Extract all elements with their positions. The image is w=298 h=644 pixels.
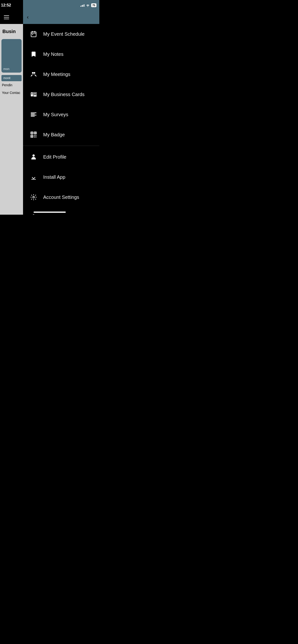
hamburger-line-2	[4, 17, 9, 18]
menu-label-install-app: Install App	[43, 174, 65, 180]
menu-item-badge[interactable]: My Badge	[23, 124, 99, 145]
calendar-icon	[29, 29, 38, 39]
qr-code-icon	[29, 130, 38, 140]
menu-label-surveys: My Surveys	[43, 112, 68, 118]
wifi-icon	[86, 4, 90, 7]
svg-point-0	[87, 6, 88, 7]
hamburger-line-1	[4, 15, 9, 16]
group-icon	[29, 70, 38, 79]
menu-label-meetings: My Meetings	[43, 72, 70, 77]
bg-monitor-label: monit	[2, 75, 22, 81]
menu-item-cookie-notice[interactable]: Cookie Notice	[23, 207, 99, 215]
svg-point-11	[34, 93, 36, 95]
status-time: 12:52	[1, 3, 11, 8]
menu-item-edit-profile[interactable]: Edit Profile	[23, 147, 99, 167]
menu-item-event-schedule[interactable]: My Event Schedule	[23, 24, 99, 44]
menu-item-surveys[interactable]: My Surveys	[23, 104, 99, 124]
menu-label-cookie-notice: Cookie Notice	[43, 215, 73, 215]
svg-rect-5	[32, 34, 33, 35]
back-button[interactable]: ‹	[27, 14, 29, 20]
contact-card-icon	[29, 90, 38, 99]
svg-point-28	[32, 154, 35, 157]
hamburger-button[interactable]	[4, 15, 9, 19]
menu-label-notes: My Notes	[43, 52, 63, 57]
battery-level: 75	[92, 4, 95, 7]
svg-point-7	[34, 72, 35, 74]
svg-point-16	[36, 112, 36, 113]
menu-label-account-settings: Account Settings	[43, 194, 79, 200]
battery-indicator: 75	[91, 3, 96, 7]
bookmark-icon	[29, 49, 38, 59]
header-right: ‹	[23, 10, 99, 24]
hamburger-line-3	[4, 19, 9, 19]
svg-rect-23	[32, 136, 33, 137]
svg-rect-27	[36, 136, 37, 138]
menu-label-event-schedule: My Event Schedule	[43, 32, 84, 37]
svg-rect-1	[31, 32, 36, 37]
background-content: Busin mon monit Pendin Your Contac	[0, 24, 23, 215]
menu-label-business-cards: My Business Cards	[43, 92, 84, 97]
bg-blue-text: mon	[3, 67, 9, 71]
header-left	[0, 10, 23, 24]
menu-label-badge: My Badge	[43, 132, 65, 138]
menu-item-account-settings[interactable]: Account Settings	[23, 187, 99, 207]
signal-bars-icon	[80, 4, 84, 7]
svg-point-29	[33, 196, 35, 198]
shield-icon	[29, 212, 38, 215]
gear-icon	[29, 192, 38, 202]
svg-point-9	[32, 93, 33, 94]
bg-pending-label: Pendin	[0, 81, 23, 89]
status-bar-left: 12:52	[0, 0, 23, 10]
menu-item-install-app[interactable]: Install App	[23, 167, 99, 187]
side-drawer: My Event Schedule My Notes My Meetings	[23, 24, 99, 215]
list-icon	[29, 110, 38, 119]
svg-rect-24	[34, 135, 35, 136]
header-row: ‹	[0, 10, 99, 24]
svg-rect-19	[32, 132, 33, 134]
download-icon	[29, 172, 38, 182]
svg-point-6	[32, 72, 34, 74]
status-bar-right: 75	[23, 0, 99, 10]
menu-item-meetings[interactable]: My Meetings	[23, 64, 99, 84]
bg-blue-box: mon	[2, 39, 22, 72]
menu-label-edit-profile: Edit Profile	[43, 154, 66, 160]
menu-divider	[23, 146, 99, 146]
svg-rect-21	[35, 132, 36, 134]
menu-item-notes[interactable]: My Notes	[23, 44, 99, 64]
svg-rect-26	[34, 136, 35, 138]
bg-contact-label: Your Contac	[0, 89, 23, 96]
menu-item-business-cards[interactable]: My Business Cards	[23, 84, 99, 104]
home-indicator	[34, 212, 66, 213]
svg-point-17	[36, 115, 36, 115]
bg-business-label: Busin	[0, 24, 23, 37]
svg-rect-25	[36, 135, 37, 136]
person-icon	[29, 152, 38, 162]
